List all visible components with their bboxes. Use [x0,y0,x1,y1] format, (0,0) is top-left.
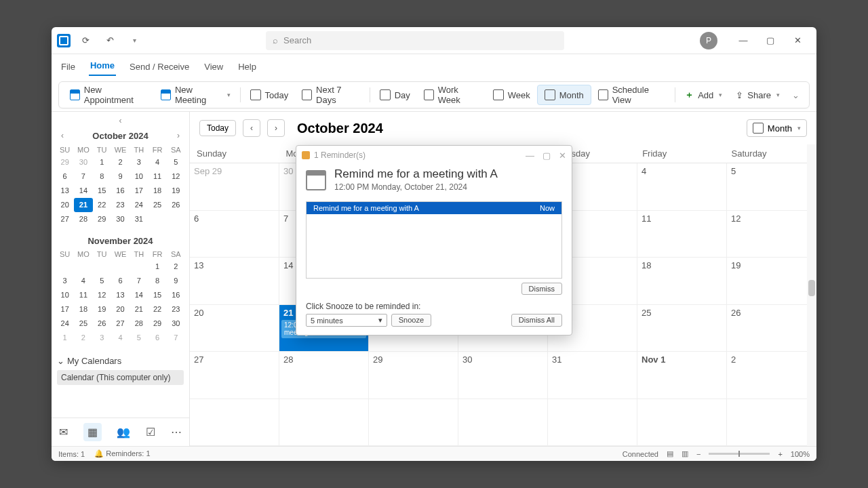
day-cell[interactable]: 4 [637,163,727,211]
mini-day[interactable]: 3 [56,274,74,288]
snooze-button[interactable]: Snooze [391,314,431,327]
mini-day[interactable]: 30 [167,317,185,331]
day-cell[interactable] [279,399,369,447]
dialog-maximize-button[interactable]: ▢ [542,150,551,161]
mini-day[interactable]: 18 [148,184,166,198]
mini-day[interactable]: 13 [111,288,130,302]
view-normal-icon[interactable]: ▤ [667,449,673,458]
mini-day[interactable]: 4 [74,274,92,288]
schedule-view-button[interactable]: Schedule View [591,85,672,105]
day-cell[interactable]: Sep 29 [190,163,279,211]
mini-prev-month[interactable]: ‹ [57,129,68,142]
day-cell[interactable] [727,399,816,447]
mini-day[interactable]: 19 [167,184,185,198]
day-cell[interactable]: 26 [727,305,816,352]
mini-day[interactable]: 17 [130,184,148,198]
mini-day[interactable]: 29 [93,212,111,226]
mini-next-month[interactable]: › [173,129,184,142]
mini-day[interactable]: 7 [74,169,92,184]
mini-day[interactable]: 5 [93,274,111,288]
ribbon-expand-icon[interactable]: ⌄ [787,90,805,100]
share-button[interactable]: ⇪Share▾ [729,85,787,105]
day-cell[interactable]: 12 [727,211,816,258]
mini-day[interactable]: 4 [148,155,166,169]
mini-day[interactable]: 2 [167,260,185,274]
today-button[interactable]: Today [243,85,296,105]
my-calendars-header[interactable]: ⌄My Calendars [57,353,184,369]
mini-day[interactable]: 22 [93,198,111,212]
mini-day[interactable]: 27 [56,212,74,226]
avatar[interactable]: P [700,32,717,49]
tasks-icon[interactable]: ☑ [146,426,155,439]
menu-send-receive[interactable]: Send / Receive [128,59,191,76]
mini-day[interactable]: 7 [130,274,148,288]
dialog-titlebar[interactable]: 1 Reminder(s) — ▢ ✕ [296,146,572,165]
scrollbar-thumb[interactable] [808,280,815,296]
mini-day[interactable]: 4 [111,331,130,345]
mini-day[interactable]: 26 [93,317,111,331]
week-view-button[interactable]: Week [486,85,537,105]
mini-day[interactable]: 25 [74,317,92,331]
mini-day[interactable]: 3 [130,155,148,169]
day-cell[interactable]: 27 [190,352,279,399]
mini-day[interactable]: 18 [74,302,92,317]
mini-day[interactable]: 1 [148,260,166,274]
mini-day[interactable]: 8 [93,169,111,184]
mini-day[interactable]: 20 [56,198,74,212]
mini-day[interactable]: 10 [130,169,148,184]
mini-day[interactable]: 2 [74,331,92,345]
day-view-button[interactable]: Day [373,85,417,105]
mini-day[interactable]: 16 [167,288,185,302]
maximize-button[interactable]: ▢ [757,30,784,51]
more-icon[interactable]: ⋯ [171,426,182,439]
mini-day[interactable]: 21 [130,302,148,317]
mini-day[interactable]: 3 [93,331,111,345]
mini-day[interactable]: 7 [167,331,185,345]
close-button[interactable]: ✕ [784,30,811,51]
mini-day[interactable]: 17 [56,302,74,317]
day-cell[interactable]: 13 [190,258,279,305]
day-cell[interactable]: 20 [190,305,279,352]
day-cell[interactable]: 19 [727,258,816,305]
mini-day[interactable] [74,260,92,274]
mini-day[interactable]: 20 [111,302,130,317]
mail-icon[interactable]: ✉ [59,426,68,439]
day-cell[interactable] [548,399,637,447]
menu-file[interactable]: File [60,59,77,76]
dialog-minimize-button[interactable]: — [526,150,534,161]
view-reading-icon[interactable]: ▥ [682,449,688,458]
work-week-view-button[interactable]: Work Week [417,85,486,105]
mini-day[interactable]: 22 [148,302,166,317]
mini-day[interactable]: 9 [167,274,185,288]
day-cell[interactable] [369,399,458,447]
dismiss-button[interactable]: Dismiss [521,283,563,295]
minimize-button[interactable]: — [730,30,757,51]
reminder-list[interactable]: Remind me for a meeting with A Now [306,201,562,279]
day-cell[interactable] [190,399,279,447]
snooze-duration-select[interactable]: 5 minutes▾ [306,314,387,327]
mini-day[interactable] [130,260,148,274]
mini-day[interactable]: 27 [111,317,130,331]
new-meeting-button[interactable]: New Meeting▾ [154,85,237,105]
mini-day[interactable] [111,260,130,274]
zoom-in-icon[interactable]: + [778,450,782,458]
mini-day[interactable]: 11 [74,288,92,302]
mini-day[interactable]: 16 [111,184,130,198]
mini-day[interactable]: 12 [93,288,111,302]
goto-today-button[interactable]: Today [199,120,236,136]
calendar-list-item[interactable]: Calendar (This computer only) [57,370,184,385]
dismiss-all-button[interactable]: Dismiss All [511,314,562,327]
mini-day[interactable]: 30 [74,155,92,169]
day-cell[interactable] [637,399,727,447]
day-cell[interactable]: Nov 1 [637,352,727,399]
zoom-slider[interactable] [709,453,770,455]
mini-day[interactable]: 14 [130,288,148,302]
reminder-list-item[interactable]: Remind me for a meeting with A Now [307,202,561,214]
new-appointment-button[interactable]: New Appointment [63,85,154,105]
mini-day[interactable]: 24 [130,198,148,212]
mini-day[interactable]: 29 [148,317,166,331]
mini-day[interactable]: 23 [111,198,130,212]
day-cell[interactable]: 31 [548,352,637,399]
mini-day[interactable]: 24 [56,317,74,331]
day-cell[interactable]: 5 [727,163,816,211]
